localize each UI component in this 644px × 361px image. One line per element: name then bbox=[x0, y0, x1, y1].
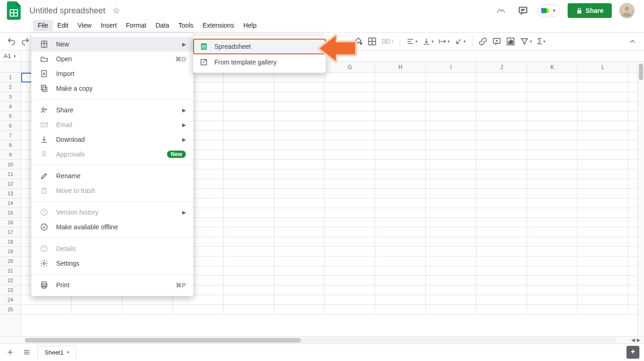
star-icon[interactable]: ☆ bbox=[113, 6, 120, 16]
undo-button[interactable] bbox=[6, 35, 17, 48]
rotate-button[interactable]: ▾ bbox=[453, 35, 467, 48]
row-header[interactable]: 18 bbox=[0, 237, 21, 247]
menu-available-offline[interactable]: Make available offline bbox=[31, 220, 193, 234]
svg-rect-3 bbox=[519, 7, 527, 13]
menu-make-copy[interactable]: Make a copy bbox=[31, 81, 193, 96]
comments-icon[interactable] bbox=[516, 3, 530, 18]
menu-approvals: Approvals New bbox=[31, 147, 193, 162]
avatar[interactable] bbox=[619, 3, 635, 18]
share-button[interactable]: Share bbox=[568, 3, 612, 18]
filter-button[interactable]: ▾ bbox=[518, 35, 534, 48]
column-header[interactable]: J bbox=[477, 62, 527, 72]
column-header[interactable]: L bbox=[578, 62, 628, 72]
menu-extensions[interactable]: Extensions bbox=[198, 20, 238, 31]
menu-version-history: Version history ▶ bbox=[31, 205, 193, 220]
row-header[interactable]: 24 bbox=[0, 295, 21, 305]
row-header[interactable]: 9 bbox=[0, 150, 21, 160]
add-sheet-button[interactable] bbox=[5, 345, 16, 360]
rename-icon bbox=[40, 172, 49, 180]
row-header[interactable]: 2 bbox=[0, 82, 21, 92]
column-header[interactable]: G bbox=[325, 62, 375, 72]
menu-email: Email ▶ bbox=[31, 117, 193, 132]
menu-new[interactable]: New ▶ bbox=[31, 37, 193, 52]
row-header[interactable]: 6 bbox=[0, 121, 21, 131]
menu-data[interactable]: Data bbox=[151, 20, 174, 31]
offline-icon bbox=[40, 223, 49, 231]
functions-button[interactable]: Σ▾ bbox=[535, 35, 547, 48]
row-header[interactable]: 25 bbox=[0, 305, 21, 314]
row-header[interactable]: 19 bbox=[0, 247, 21, 256]
row-headers[interactable]: 1234567891011121314151617181920212223242… bbox=[0, 73, 21, 336]
menu-import[interactable]: Import bbox=[31, 66, 193, 81]
explore-button[interactable] bbox=[627, 346, 639, 359]
row-header[interactable]: 8 bbox=[0, 140, 21, 150]
row-header[interactable]: 16 bbox=[0, 218, 21, 227]
vertical-scrollbar[interactable] bbox=[638, 62, 644, 336]
row-header[interactable]: 22 bbox=[0, 276, 21, 285]
row-header[interactable]: 3 bbox=[0, 92, 21, 102]
row-header[interactable]: 1 bbox=[0, 73, 21, 82]
print-icon bbox=[40, 281, 49, 289]
file-dropdown: New ▶ Open ⌘O Import Make a copy Share ▶… bbox=[31, 33, 193, 296]
menu-file[interactable]: File bbox=[33, 20, 53, 31]
column-header[interactable]: H bbox=[375, 62, 426, 72]
all-sheets-button[interactable] bbox=[21, 345, 32, 360]
row-header[interactable]: 15 bbox=[0, 208, 21, 218]
row-header[interactable]: 7 bbox=[0, 131, 21, 140]
menu-help[interactable]: Help bbox=[239, 20, 261, 31]
comment-button[interactable] bbox=[491, 35, 503, 48]
row-header[interactable]: 13 bbox=[0, 189, 21, 198]
redo-button[interactable] bbox=[19, 35, 31, 48]
menu-download[interactable]: Download ▶ bbox=[31, 132, 193, 147]
submenu-from-template[interactable]: From template gallery bbox=[193, 54, 326, 70]
sheet-tab[interactable]: Sheet1 ▾ bbox=[38, 346, 76, 359]
sheets-logo[interactable] bbox=[5, 1, 23, 20]
menu-share[interactable]: Share ▶ bbox=[31, 103, 193, 117]
menu-rename[interactable]: Rename bbox=[31, 169, 193, 183]
chevron-right-icon: ▶ bbox=[182, 107, 186, 113]
menu-view[interactable]: View bbox=[73, 20, 96, 31]
merge-button[interactable]: ▾ bbox=[380, 35, 395, 48]
halign-button[interactable]: ▾ bbox=[405, 35, 419, 48]
row-header[interactable]: 10 bbox=[0, 160, 21, 169]
select-all-corner[interactable] bbox=[0, 62, 21, 73]
column-header[interactable]: I bbox=[426, 62, 477, 72]
svg-point-37 bbox=[42, 108, 45, 111]
column-header[interactable]: K bbox=[527, 62, 578, 72]
menu-open[interactable]: Open ⌘O bbox=[31, 52, 193, 66]
row-header[interactable]: 4 bbox=[0, 102, 21, 111]
collapse-toolbar-icon[interactable] bbox=[627, 35, 638, 48]
menu-edit[interactable]: Edit bbox=[53, 20, 73, 31]
wrap-button[interactable]: ▾ bbox=[437, 35, 451, 48]
menu-tools[interactable]: Tools bbox=[174, 20, 198, 31]
meet-button[interactable]: ▼ bbox=[538, 4, 560, 17]
menu-format[interactable]: Format bbox=[121, 20, 151, 31]
row-header[interactable]: 12 bbox=[0, 179, 21, 189]
svg-rect-43 bbox=[42, 189, 46, 193]
history-icon bbox=[40, 208, 49, 216]
submenu-spreadsheet[interactable]: Spreadsheet bbox=[193, 39, 326, 54]
fill-color-button[interactable] bbox=[352, 35, 364, 48]
link-button[interactable] bbox=[477, 35, 489, 48]
svg-point-49 bbox=[43, 262, 46, 265]
activity-icon[interactable] bbox=[494, 3, 508, 18]
menu-move-to-trash: Move to trash bbox=[31, 183, 193, 198]
horizontal-scrollbar[interactable]: ◀▶ bbox=[0, 336, 644, 344]
row-header[interactable]: 14 bbox=[0, 198, 21, 208]
menu-insert[interactable]: Insert bbox=[96, 20, 121, 31]
row-header[interactable]: 21 bbox=[0, 266, 21, 276]
row-header[interactable]: 5 bbox=[0, 111, 21, 121]
chevron-right-icon: ▶ bbox=[182, 41, 186, 47]
name-box[interactable]: A1 ▾ bbox=[0, 51, 21, 61]
menu-print[interactable]: Print ⌘P bbox=[31, 278, 193, 292]
copy-icon bbox=[40, 84, 49, 93]
row-header[interactable]: 23 bbox=[0, 285, 21, 295]
menu-settings[interactable]: Settings bbox=[31, 256, 193, 271]
borders-button[interactable] bbox=[366, 35, 378, 48]
row-header[interactable]: 20 bbox=[0, 256, 21, 266]
valign-button[interactable]: ▾ bbox=[421, 35, 435, 48]
row-header[interactable]: 11 bbox=[0, 169, 21, 179]
row-header[interactable]: 17 bbox=[0, 227, 21, 237]
chart-button[interactable] bbox=[505, 35, 517, 48]
doc-title[interactable]: Untitled spreadsheet bbox=[27, 5, 108, 17]
